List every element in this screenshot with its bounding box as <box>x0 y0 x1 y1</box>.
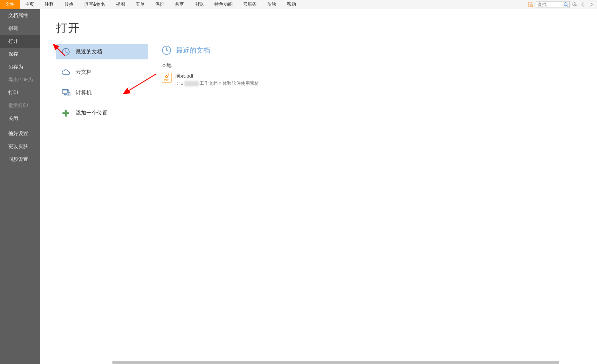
location-cloud[interactable]: 云文档 <box>56 65 148 80</box>
clock-icon <box>61 47 70 56</box>
sidebar-item-label: 更改皮肤 <box>8 143 28 150</box>
menu-tab-home[interactable]: 主页 <box>20 0 39 9</box>
cloud-icon <box>61 68 70 77</box>
path-segment: 工作文档 » 体验软件使用素材 <box>200 80 259 87</box>
menu-tab-label: 放映 <box>267 1 276 8</box>
search-input[interactable] <box>536 2 563 7</box>
svg-line-2 <box>532 6 533 7</box>
menu-tab-label: 云服务 <box>243 1 257 8</box>
sidebar-item-close[interactable]: 关闭 <box>0 112 40 125</box>
menubar-spacer <box>301 0 527 9</box>
menubar-right <box>527 0 597 9</box>
menu-tab-label: 浏览 <box>195 1 204 8</box>
menu-tab-protect[interactable]: 保护 <box>150 0 170 9</box>
pdf-file-icon: PDF <box>162 73 171 82</box>
recent-docs-column: 最近的文档 本地 PDF 演示.pdf D: » ████ 工作文档 <box>148 9 597 364</box>
recent-doc-path: D: » ████ 工作文档 » 体验软件使用素材 <box>175 80 259 87</box>
sidebar-item-label: 批量打印 <box>8 102 28 109</box>
sidebar-item-label: 创建 <box>8 25 18 32</box>
sidebar-item-print[interactable]: 打印 <box>0 86 40 99</box>
path-segment-blurred: ████ <box>184 81 199 86</box>
svg-point-3 <box>564 3 567 6</box>
location-list: 最近的文档 云文档 计算机 <box>56 44 148 121</box>
svg-line-4 <box>567 5 568 7</box>
location-label: 最近的文档 <box>76 48 102 55</box>
sidebar-item-label: 打印 <box>8 89 18 96</box>
nav-next-icon[interactable] <box>588 1 595 8</box>
horizontal-scrollbar[interactable] <box>80 359 597 364</box>
menu-tab-label: 填写&签名 <box>84 1 105 8</box>
sidebar-item-preferences[interactable]: 偏好设置 <box>0 127 40 140</box>
recent-title: 最近的文档 <box>176 46 210 55</box>
search-box[interactable] <box>536 1 570 8</box>
sidebar-item-saveas[interactable]: 另存为 <box>0 61 40 73</box>
menu-tab-cloud[interactable]: 云服务 <box>238 0 262 9</box>
sidebar-item-sync[interactable]: 同步设置 <box>0 153 40 166</box>
menu-tab-label: 帮助 <box>287 1 296 8</box>
recent-doc-row[interactable]: PDF 演示.pdf D: » ████ 工作文档 » 体验软件使用素材 <box>162 71 597 88</box>
settings-dropdown-icon[interactable] <box>571 1 578 8</box>
main: 文档属性 创建 打开 保存 另存为 导出PDF为 打印 批量打印 关闭 偏好设置… <box>0 9 597 364</box>
sidebar-item-label: 另存为 <box>8 64 23 70</box>
menu-tab-share[interactable]: 共享 <box>170 0 189 9</box>
clock-icon <box>162 45 171 55</box>
location-computer[interactable]: 计算机 <box>56 85 148 100</box>
menu-tab-convert[interactable]: 转换 <box>59 0 79 9</box>
find-in-page-icon[interactable] <box>527 1 534 8</box>
menu-tab-special[interactable]: 特色功能 <box>209 0 238 9</box>
menu-tab-help[interactable]: 帮助 <box>282 0 301 9</box>
menu-tab-browse[interactable]: 浏览 <box>189 0 209 9</box>
scrollbar-thumb[interactable] <box>112 361 559 364</box>
open-locations-column: 打开 最近的文档 云文档 <box>40 9 148 364</box>
menu-tab-fillsign[interactable]: 填写&签名 <box>79 0 111 9</box>
computer-icon <box>61 88 70 97</box>
search-icon[interactable] <box>563 2 569 7</box>
menu-tab-label: 主页 <box>25 1 34 8</box>
location-recent[interactable]: 最近的文档 <box>56 44 148 59</box>
sidebar-item-open[interactable]: 打开 <box>0 35 40 48</box>
sidebar-item-skin[interactable]: 更改皮肤 <box>0 140 40 153</box>
recent-header: 最近的文档 <box>162 45 597 55</box>
menu-tab-label: 特色功能 <box>214 1 232 8</box>
sidebar-item-properties[interactable]: 文档属性 <box>0 9 40 22</box>
sidebar-item-create[interactable]: 创建 <box>0 22 40 35</box>
menu-tab-file[interactable]: 文件 <box>0 0 20 9</box>
svg-rect-10 <box>64 95 66 95</box>
sidebar-item-batchprint[interactable]: 批量打印 <box>0 99 40 112</box>
sidebar-item-label: 打开 <box>8 38 18 45</box>
menu-tab-play[interactable]: 放映 <box>262 0 282 9</box>
recent-doc-meta: 演示.pdf D: » ████ 工作文档 » 体验软件使用素材 <box>175 73 259 87</box>
sidebar-item-label: 同步设置 <box>8 156 28 163</box>
menu-tab-label: 转换 <box>64 1 73 8</box>
open-title: 打开 <box>56 20 148 36</box>
menu-tab-view[interactable]: 视图 <box>111 0 130 9</box>
location-add[interactable]: 添加一个位置 <box>56 106 148 121</box>
menu-tab-annotate[interactable]: 注释 <box>39 0 59 9</box>
location-label: 计算机 <box>76 89 92 96</box>
menu-tab-label: 共享 <box>175 1 184 8</box>
menu-tab-forms[interactable]: 表单 <box>130 0 150 9</box>
recent-section-label: 本地 <box>162 62 597 69</box>
location-label: 添加一个位置 <box>76 110 108 117</box>
file-sidebar: 文档属性 创建 打开 保存 另存为 导出PDF为 打印 批量打印 关闭 偏好设置… <box>0 9 40 364</box>
menu-tab-label: 保护 <box>155 1 164 8</box>
sidebar-item-label: 导出PDF为 <box>8 76 33 83</box>
sidebar-item-label: 保存 <box>8 51 18 58</box>
svg-point-6 <box>574 3 575 5</box>
nav-prev-icon[interactable] <box>580 1 586 8</box>
svg-rect-15 <box>62 112 69 114</box>
menu-tab-label: 视图 <box>116 1 125 8</box>
menu-tab-label: 表单 <box>136 1 145 8</box>
sidebar-item-label: 关闭 <box>8 115 18 122</box>
sidebar-item-label: 文档属性 <box>8 12 28 19</box>
location-label: 云文档 <box>76 69 92 76</box>
svg-rect-11 <box>67 92 70 96</box>
sidebar-item-save[interactable]: 保存 <box>0 48 40 61</box>
path-segment: D: » <box>175 81 184 86</box>
sidebar-item-label: 偏好设置 <box>8 130 28 137</box>
plus-icon <box>61 109 70 118</box>
menubar: 文件 主页 注释 转换 填写&签名 视图 表单 保护 共享 浏览 特色功能 云服… <box>0 0 597 9</box>
sidebar-item-export[interactable]: 导出PDF为 <box>0 73 40 86</box>
open-panel: 打开 最近的文档 云文档 <box>40 9 597 364</box>
menu-tab-label: 文件 <box>5 1 14 8</box>
